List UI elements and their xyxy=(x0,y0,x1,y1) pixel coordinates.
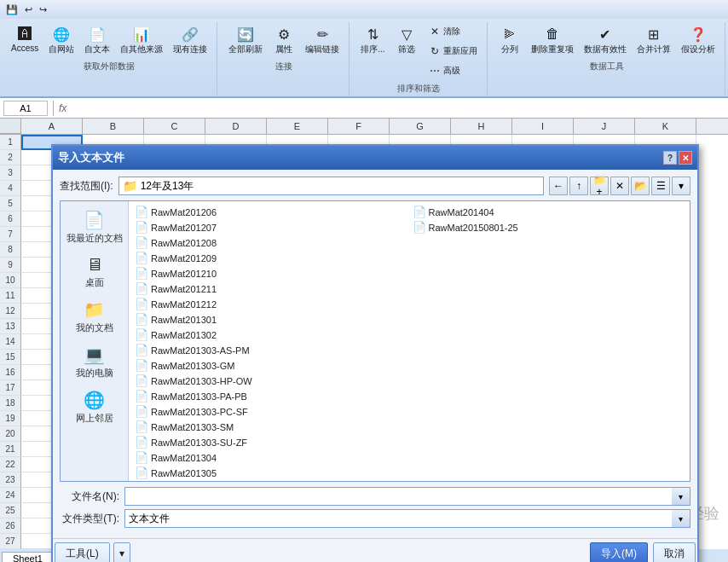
split-icon: ⫸ xyxy=(500,25,519,43)
file-item[interactable]: 📄RawMat201301 xyxy=(132,312,409,327)
file-item[interactable] xyxy=(410,327,687,342)
validate-btn[interactable]: ✔ 数据有效性 xyxy=(580,22,631,58)
sort-btn[interactable]: ⇅ 排序... xyxy=(356,22,389,80)
cell-reference-input[interactable] xyxy=(3,101,48,116)
file-name: RawMat201303-SU-ZF xyxy=(151,437,247,448)
quick-redo-btn[interactable]: ↪ xyxy=(37,3,49,16)
file-item[interactable]: 📄RawMat201303-PC-SF xyxy=(132,404,409,419)
file-item[interactable]: 📄RawMat201206 xyxy=(132,205,409,219)
file-item[interactable]: 📄RawMat201209 xyxy=(132,251,409,265)
file-item[interactable]: 📄RawMat201303-AS-PM xyxy=(132,343,409,357)
file-item[interactable] xyxy=(410,404,687,419)
nav-my-computer[interactable]: 💻 我的电脑 xyxy=(61,339,128,385)
quick-save-btn[interactable]: 💾 xyxy=(3,3,20,16)
filetype-dropdown-btn[interactable]: ▾ xyxy=(672,509,690,528)
file-item[interactable]: 📄RawMat201212 xyxy=(132,297,409,311)
file-item[interactable] xyxy=(410,358,687,373)
edit-links-btn[interactable]: ✏ 编辑链接 xyxy=(301,22,344,58)
nav-new-dir-btn[interactable]: 📂 xyxy=(631,177,650,195)
quick-undo-btn[interactable]: ↩ xyxy=(22,3,35,16)
clear-icon: ✕ xyxy=(428,25,442,38)
filename-input[interactable] xyxy=(124,487,672,506)
filetype-value[interactable]: 文本文件 xyxy=(124,509,672,528)
nav-new-folder-btn[interactable]: 📁+ xyxy=(590,177,609,195)
file-item[interactable]: 📄RawMat201208 xyxy=(132,235,409,250)
filter-btn[interactable]: ▽ 筛选 xyxy=(391,22,422,80)
nav-up-btn[interactable]: ↑ xyxy=(569,177,588,195)
clear-btn[interactable]: ✕ 清除 xyxy=(424,22,482,41)
formula-input[interactable] xyxy=(70,102,725,114)
location-input[interactable]: 📁 12年及13年 xyxy=(118,177,544,195)
web-btn[interactable]: 🌐 自网站 xyxy=(44,22,78,58)
consolidate-btn[interactable]: ⊞ 合并计算 xyxy=(633,22,675,58)
file-item[interactable] xyxy=(410,389,687,403)
dialog-help-btn[interactable]: ? xyxy=(663,151,677,165)
nav-desktop[interactable]: 🖥 桌面 xyxy=(61,250,128,294)
reapply-label: 重新应用 xyxy=(443,45,477,57)
file-icon: 📄 xyxy=(135,420,148,433)
text-btn[interactable]: 📄 自文本 xyxy=(80,22,114,58)
file-item[interactable] xyxy=(410,281,687,296)
file-icon: 📄 xyxy=(135,328,148,341)
access-label: Access xyxy=(11,43,38,53)
nav-delete-btn[interactable]: ✕ xyxy=(610,177,629,195)
file-item[interactable]: 📄RawMat201404 xyxy=(410,205,687,219)
file-item[interactable] xyxy=(410,297,687,311)
refresh-all-btn[interactable]: 🔄 全部刷新 xyxy=(224,22,267,58)
file-item[interactable] xyxy=(410,435,687,449)
file-item[interactable] xyxy=(410,466,687,480)
file-item[interactable] xyxy=(410,374,687,388)
reapply-btn[interactable]: ↻ 重新应用 xyxy=(424,42,482,61)
file-item[interactable] xyxy=(410,251,687,265)
file-item[interactable] xyxy=(410,235,687,250)
file-item[interactable]: 📄RawMat201303-PA-PB xyxy=(132,389,409,403)
cancel-btn[interactable]: 取消 xyxy=(653,542,696,562)
file-item[interactable]: 📄RawMat201303-SU-ZF xyxy=(132,435,409,449)
tools-btn[interactable]: 工具(L) xyxy=(55,542,110,562)
file-item[interactable]: 📄RawMat201303-SM xyxy=(132,420,409,434)
file-icon: 📄 xyxy=(135,282,148,295)
sheet-tab-1[interactable]: Sheet1 xyxy=(2,552,54,562)
file-item[interactable]: 📄RawMat201210 xyxy=(132,266,409,281)
whatif-btn[interactable]: ❓ 假设分析 xyxy=(677,22,719,58)
file-item[interactable]: 📄RawMat201303-HP-OW xyxy=(132,374,409,388)
properties-btn[interactable]: ⚙ 属性 xyxy=(269,22,299,58)
other-sources-btn[interactable]: 📊 自其他来源 xyxy=(116,22,167,58)
nav-back-btn[interactable]: ← xyxy=(549,177,568,195)
dialog-body: 查找范围(I): 📁 12年及13年 ← ↑ 📁+ ✕ 📂 ☰ ▾ xyxy=(53,170,697,538)
file-item[interactable]: 📄RawMat201305 xyxy=(132,466,409,480)
file-item[interactable]: 📄RawMat201304 xyxy=(132,450,409,465)
access-btn[interactable]: 🅰 Access xyxy=(7,22,43,58)
filename-dropdown-btn[interactable]: ▾ xyxy=(672,487,690,506)
file-item[interactable] xyxy=(410,420,687,434)
folder-icon: 📁 xyxy=(123,179,137,193)
existing-connections-btn[interactable]: 🔗 现有连接 xyxy=(169,22,211,58)
file-item[interactable] xyxy=(410,343,687,357)
file-item[interactable]: 📄RawMat201303-GM xyxy=(132,358,409,373)
remove-dup-btn[interactable]: 🗑 删除重复项 xyxy=(527,22,578,58)
dialog-close-btn[interactable]: ✕ xyxy=(679,151,692,165)
file-item[interactable] xyxy=(410,450,687,465)
file-item[interactable]: 📄RawMat20150801-25 xyxy=(410,220,687,235)
clear-label: 清除 xyxy=(443,26,460,38)
nav-view-dropdown[interactable]: ▾ xyxy=(672,177,690,195)
split-btn[interactable]: ⫸ 分列 xyxy=(494,22,525,58)
nav-my-docs[interactable]: 📁 我的文档 xyxy=(61,294,128,339)
nav-recent-docs[interactable]: 📄 我最近的文档 xyxy=(61,205,128,250)
properties-label: 属性 xyxy=(275,43,292,55)
import-btn[interactable]: 导入(M) xyxy=(590,542,648,562)
file-item[interactable]: 📄RawMat201302 xyxy=(132,327,409,342)
file-icon: 📄 xyxy=(135,344,148,356)
file-item[interactable] xyxy=(410,266,687,281)
file-item[interactable]: 📄RawMat201207 xyxy=(132,220,409,235)
nav-view-btn[interactable]: ☰ xyxy=(651,177,670,195)
group-datatools-label: 数据工具 xyxy=(590,61,624,72)
validate-icon: ✔ xyxy=(596,25,615,43)
tools-dropdown-btn[interactable]: ▾ xyxy=(113,542,130,562)
existing-conn-label: 现有连接 xyxy=(173,43,207,55)
file-item[interactable]: 📄RawMat201211 xyxy=(132,281,409,296)
edit-links-label: 编辑链接 xyxy=(305,43,339,55)
file-item[interactable] xyxy=(410,312,687,327)
advanced-btn[interactable]: ⋯ 高级 xyxy=(424,61,482,80)
nav-network[interactable]: 🌐 网上邻居 xyxy=(61,385,128,430)
